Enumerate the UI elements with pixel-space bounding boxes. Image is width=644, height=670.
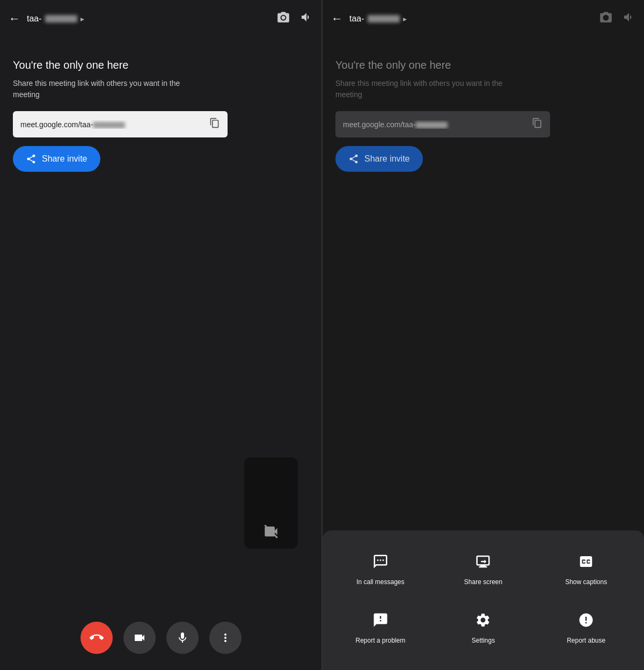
settings-icon: [471, 608, 495, 632]
right-panel: ← taa- ▸ You're the only one here Share …: [323, 0, 644, 670]
menu-item-settings[interactable]: Settings: [434, 600, 533, 654]
volume-icon[interactable]: [300, 11, 313, 27]
more-menu-sheet: In call messages Share screen Show: [323, 530, 644, 670]
only-here-subtitle-left: Share this meeting link with others you …: [13, 78, 195, 100]
show-captions-label: Show captions: [565, 578, 607, 587]
right-title-chevron[interactable]: ▸: [403, 14, 407, 23]
right-header: ← taa- ▸: [323, 0, 644, 38]
captions-icon: [574, 550, 598, 573]
in-call-messages-label: In call messages: [356, 578, 404, 587]
camera-off-icon: [264, 524, 279, 542]
right-title-redacted: [368, 15, 400, 23]
chat-icon: [369, 550, 392, 573]
flip-camera-icon-right[interactable]: [599, 10, 613, 27]
copy-link-icon-right[interactable]: [532, 118, 543, 131]
back-button-right[interactable]: ←: [331, 13, 343, 25]
left-title-redacted: [45, 15, 77, 23]
menu-item-show-captions[interactable]: Show captions: [537, 541, 635, 595]
left-title-chevron[interactable]: ▸: [80, 14, 84, 23]
left-main: You're the only one here Share this meet…: [0, 38, 321, 611]
right-meeting-title: taa- ▸: [349, 14, 592, 24]
more-options-button[interactable]: [209, 622, 241, 654]
left-title-prefix: taa-: [27, 14, 42, 24]
left-video-area: [13, 183, 309, 602]
menu-item-share-screen[interactable]: Share screen: [434, 541, 533, 595]
menu-item-in-call-messages[interactable]: In call messages: [331, 541, 430, 595]
menu-item-report-abuse[interactable]: Report abuse: [537, 600, 635, 654]
mic-toggle-button[interactable]: [166, 622, 199, 654]
end-call-button[interactable]: [80, 622, 113, 654]
only-here-title-left: You're the only one here: [13, 59, 309, 71]
screen-share-icon: [471, 550, 495, 573]
right-title-prefix: taa-: [349, 14, 364, 24]
link-text-right: meet.google.com/taa-: [343, 120, 528, 129]
share-screen-label: Share screen: [464, 578, 502, 587]
left-header: ← taa- ▸: [0, 0, 321, 38]
flip-camera-icon[interactable]: [276, 10, 290, 27]
back-button-left[interactable]: ←: [9, 13, 20, 25]
link-input-right[interactable]: meet.google.com/taa-: [335, 111, 550, 137]
left-video-thumbnail: [244, 457, 298, 549]
camera-toggle-button[interactable]: [123, 622, 156, 654]
volume-icon-right[interactable]: [623, 11, 635, 27]
left-panel: ← taa- ▸ You're the only one here Share …: [0, 0, 322, 670]
menu-item-report-problem[interactable]: Report a problem: [331, 600, 430, 654]
only-here-subtitle-right: Share this meeting link with others you …: [335, 78, 518, 100]
left-bottom-controls: [0, 611, 321, 670]
report-problem-icon: [369, 608, 392, 632]
report-abuse-icon: [574, 608, 598, 632]
left-meeting-title: taa- ▸: [27, 14, 270, 24]
left-header-icons: [276, 10, 313, 27]
only-here-title-right: You're the only one here: [335, 59, 631, 71]
copy-link-icon-left[interactable]: [209, 118, 220, 131]
share-invite-button-left[interactable]: Share invite: [13, 146, 100, 172]
report-abuse-label: Report abuse: [567, 636, 605, 645]
link-text-left: meet.google.com/taa-: [20, 120, 205, 129]
link-input-left[interactable]: meet.google.com/taa-: [13, 111, 228, 137]
menu-grid: In call messages Share screen Show: [331, 541, 635, 654]
report-problem-label: Report a problem: [355, 636, 405, 645]
right-header-icons: [599, 10, 635, 27]
share-invite-button-right[interactable]: Share invite: [335, 146, 423, 172]
settings-label: Settings: [472, 636, 495, 645]
